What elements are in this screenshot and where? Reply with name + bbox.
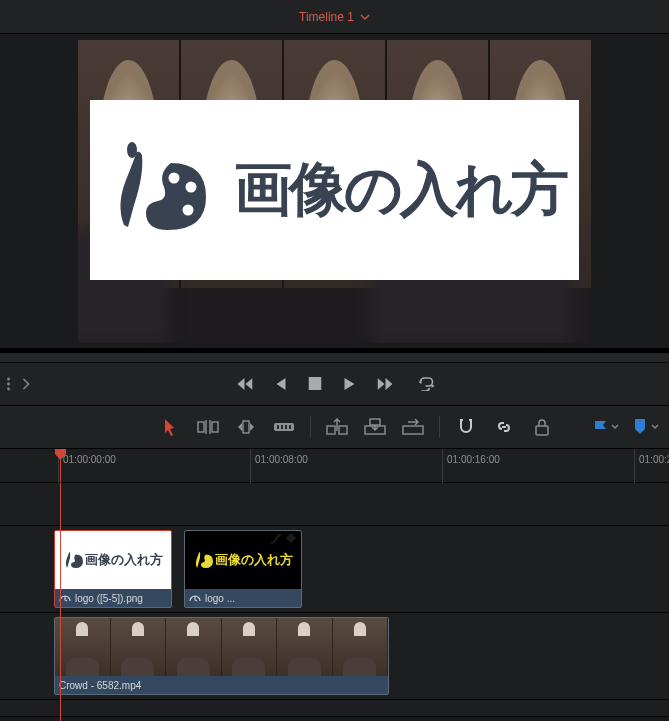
snapping-icon[interactable]: [454, 415, 478, 439]
track-v1[interactable]: Crowd - 6582.mp4: [0, 613, 669, 700]
svg-point-1: [169, 172, 180, 183]
ruler-tick: 01:00:08:00: [250, 449, 308, 487]
more-icon[interactable]: [6, 377, 11, 391]
timeline-toolbar: [0, 406, 669, 449]
svg-rect-9: [212, 422, 218, 432]
step-back-icon[interactable]: [274, 377, 286, 391]
svg-rect-12: [277, 425, 279, 429]
svg-point-6: [7, 388, 10, 391]
flag-blue-icon: [594, 420, 607, 434]
insert-clip-icon[interactable]: [325, 415, 349, 439]
viewer-header: Timeline 1: [0, 0, 669, 34]
svg-rect-16: [327, 426, 335, 434]
timeline-title: Timeline 1: [299, 10, 354, 24]
logo-text: 画像の入れ方: [234, 151, 566, 229]
clip-label: logo ([5-5]).png: [75, 593, 143, 604]
loop-icon[interactable]: [417, 377, 435, 391]
svg-rect-19: [370, 419, 380, 425]
arrow-tool-icon[interactable]: [158, 415, 182, 439]
viewer[interactable]: 画像の入れ方: [0, 34, 669, 348]
timeline-ruler[interactable]: 01:00:00:00 01:00:08:00 01:00:16:00 01:0…: [0, 449, 669, 483]
svg-point-2: [186, 181, 197, 192]
playhead-line: [60, 483, 61, 721]
ruler-tick: 01:00:00:00: [58, 449, 116, 487]
trim-tool-icon[interactable]: [196, 415, 220, 439]
svg-rect-21: [536, 426, 548, 435]
svg-point-4: [7, 378, 10, 381]
clip-video[interactable]: Crowd - 6582.mp4: [54, 617, 389, 695]
transport-bar: [0, 363, 669, 406]
blade-tool-icon[interactable]: [272, 415, 296, 439]
dynamic-trim-icon[interactable]: [234, 415, 258, 439]
timeline-title-dropdown[interactable]: Timeline 1: [299, 10, 370, 24]
chevron-down-icon: [651, 423, 659, 431]
clip-still-1[interactable]: 画像の入れ方 logo ([5-5]).png: [54, 530, 172, 608]
svg-rect-13: [281, 425, 283, 429]
play-icon[interactable]: [343, 377, 355, 391]
lock-icon[interactable]: [530, 415, 554, 439]
flag-blue-dropdown[interactable]: [594, 420, 619, 434]
playhead[interactable]: [60, 449, 61, 482]
overwrite-clip-icon[interactable]: [363, 415, 387, 439]
svg-point-3: [183, 204, 194, 215]
svg-rect-20: [403, 426, 423, 434]
timeline-tracks[interactable]: 画像の入れ方 logo ([5-5]).png 画像の入れ方 logo ...: [0, 483, 669, 717]
logo-overlay: 画像の入れ方: [90, 100, 579, 280]
clip-label: Crowd - 6582.mp4: [59, 680, 141, 691]
marker-blue-dropdown[interactable]: [633, 419, 659, 435]
palette-icon: [106, 135, 216, 245]
chevron-down-icon: [360, 12, 370, 22]
link-icon[interactable]: [492, 415, 516, 439]
viewer-canvas: 画像の入れ方: [78, 40, 591, 343]
clip-label: logo ...: [205, 593, 297, 604]
jump-end-icon[interactable]: [377, 377, 395, 391]
jump-start-icon[interactable]: [234, 377, 252, 391]
chevron-right-icon[interactable]: [21, 378, 30, 390]
svg-rect-10: [243, 421, 249, 433]
ruler-tick: 01:00:2: [634, 449, 669, 487]
svg-rect-7: [308, 377, 321, 390]
ruler-tick: 01:00:16:00: [442, 449, 500, 487]
svg-rect-14: [285, 425, 287, 429]
marker-blue-icon: [633, 419, 647, 435]
track-v2[interactable]: 画像の入れ方 logo ([5-5]).png 画像の入れ方 logo ...: [0, 526, 669, 613]
replace-clip-icon[interactable]: [401, 415, 425, 439]
clip-still-2[interactable]: 画像の入れ方 logo ...: [184, 530, 302, 608]
svg-rect-15: [289, 425, 291, 429]
track-v3[interactable]: [0, 483, 669, 526]
stop-icon[interactable]: [308, 377, 321, 390]
svg-point-0: [127, 142, 137, 158]
track-a1[interactable]: [0, 700, 669, 717]
speed-icon: [189, 592, 201, 604]
chevron-down-icon: [611, 423, 619, 431]
svg-rect-8: [198, 422, 204, 432]
svg-rect-17: [339, 426, 347, 434]
svg-point-5: [7, 383, 10, 386]
